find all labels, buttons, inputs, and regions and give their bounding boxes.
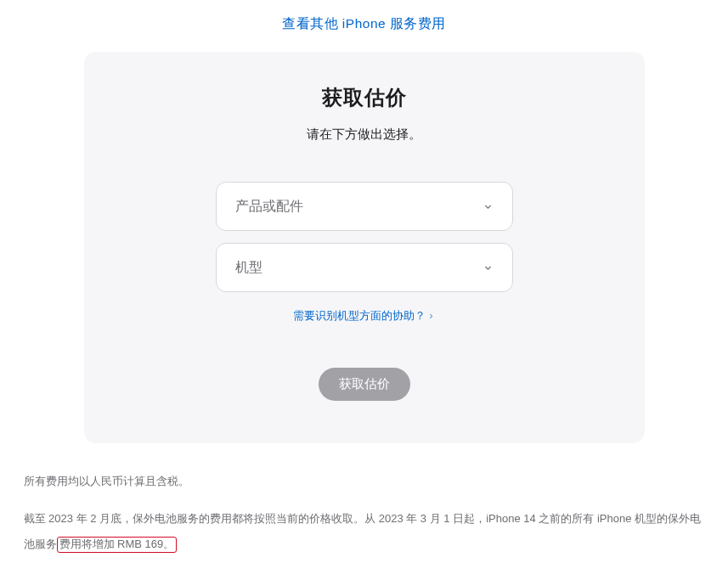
product-select-placeholder: 产品或配件	[235, 198, 483, 216]
card-subtitle: 请在下方做出选择。	[113, 127, 616, 143]
model-select[interactable]: 机型	[216, 243, 513, 292]
chevron-down-icon	[483, 262, 494, 273]
product-select[interactable]: 产品或配件	[216, 182, 513, 231]
identify-model-help-link[interactable]: 需要识别机型方面的协助？	[293, 309, 435, 324]
card-title: 获取估价	[113, 84, 616, 111]
footer-notes: 所有费用均以人民币计算且含税。 截至 2023 年 2 月底，保外电池服务的费用…	[20, 469, 708, 557]
help-link-text: 需要识别机型方面的协助？	[293, 309, 426, 324]
chevron-down-icon	[483, 201, 494, 212]
get-estimate-button[interactable]: 获取估价	[319, 368, 410, 401]
price-increase-highlight: 费用将增加 RMB 169。	[57, 537, 178, 553]
footer-note-price-change: 截至 2023 年 2 月底，保外电池服务的费用都将按照当前的价格收取。从 20…	[24, 506, 705, 557]
model-select-placeholder: 机型	[235, 259, 483, 277]
other-services-link[interactable]: 查看其他 iPhone 服务费用	[0, 0, 728, 52]
footer-note-currency: 所有费用均以人民币计算且含税。	[24, 469, 705, 494]
chevron-right-icon	[427, 311, 435, 323]
estimate-card: 获取估价 请在下方做出选择。 产品或配件 机型 需要识别机型方面的协助？ 获取估…	[84, 52, 645, 443]
